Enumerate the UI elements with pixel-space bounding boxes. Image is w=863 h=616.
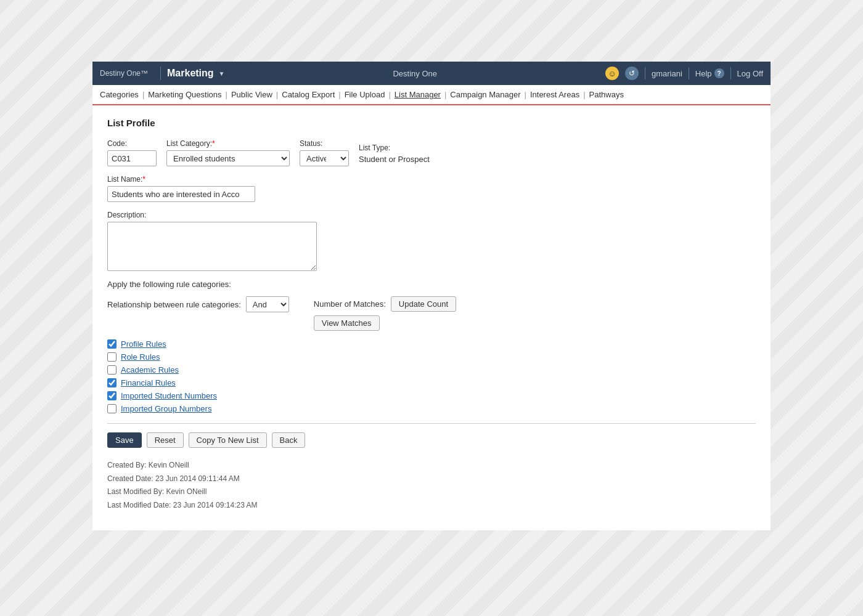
subnav-item-pathways[interactable]: Pathways — [589, 90, 624, 99]
list-name-label: List Name:* — [107, 175, 255, 184]
navbar-brand: Destiny One™ Marketing ▼ — [100, 67, 225, 80]
checkbox-item-financial-rules: Financial Rules — [107, 378, 756, 387]
label-academic-rules[interactable]: Academic Rules — [121, 365, 179, 375]
update-count-button[interactable]: Update Count — [391, 296, 456, 312]
relationship-group: Relationship between rule categories: An… — [107, 296, 289, 312]
navbar-sep-2 — [689, 67, 689, 79]
subnav-sep-2: | — [226, 90, 227, 99]
subnav-item-catalog-export[interactable]: Catalog Export — [282, 90, 335, 99]
checkbox-item-imported-student-numbers: Imported Student Numbers — [107, 391, 756, 400]
list-name-group: List Name:* — [107, 175, 255, 202]
logoff-link[interactable]: Log Off — [737, 69, 763, 78]
description-label: Description: — [107, 211, 317, 219]
created-by: Created By: Kevin ONeill — [107, 459, 756, 472]
created-date: Created Date: 23 Jun 2014 09:11:44 AM — [107, 472, 756, 486]
subnav-sep-5: | — [388, 90, 390, 99]
rule-section-label: Apply the following rule categories: — [107, 280, 756, 289]
code-input[interactable] — [107, 150, 157, 166]
label-financial-rules[interactable]: Financial Rules — [121, 378, 176, 387]
save-button[interactable]: Save — [107, 432, 142, 448]
navbar-center-text: Destiny One — [225, 69, 605, 78]
page-title: List Profile — [107, 118, 756, 128]
relationship-label: Relationship between rule categories: — [107, 300, 241, 309]
navbar-sep-3 — [730, 67, 731, 79]
status-select[interactable]: Active Inactive — [300, 150, 349, 166]
matches-label: Number of Matches: — [314, 299, 386, 309]
list-category-select[interactable]: Enrolled students Prospects Alumni Other — [166, 150, 290, 166]
checkbox-item-imported-group-numbers: Imported Group Numbers — [107, 404, 756, 413]
smiley-icon[interactable]: ☺ — [605, 67, 619, 80]
rule-categories-row: Relationship between rule categories: An… — [107, 296, 756, 331]
subnav-item-interest-areas[interactable]: Interest Areas — [530, 90, 579, 99]
help-link[interactable]: Help ? — [695, 68, 724, 78]
checkbox-profile-rules[interactable] — [107, 339, 117, 349]
matches-row-2: View Matches — [314, 315, 456, 331]
status-label: Status: — [300, 139, 349, 148]
checkbox-item-academic-rules: Academic Rules — [107, 365, 756, 375]
navbar-dropdown-arrow-icon[interactable]: ▼ — [219, 70, 225, 77]
main-content: List Profile Code: List Category:* Enrol… — [92, 105, 771, 530]
divider — [107, 423, 756, 424]
status-group: Status: Active Inactive — [300, 139, 349, 166]
subnav-item-categories[interactable]: Categories — [100, 90, 139, 99]
matches-row-1: Number of Matches: Update Count — [314, 296, 456, 312]
subnav-sep-1: | — [142, 90, 144, 99]
code-group: Code: — [107, 139, 157, 166]
code-label: Code: — [107, 139, 157, 148]
subnav-item-public-view[interactable]: Public View — [231, 90, 272, 99]
back-button[interactable]: Back — [272, 432, 306, 448]
matches-group: Number of Matches: Update Count View Mat… — [314, 296, 456, 331]
navbar-sep-1 — [645, 67, 645, 79]
list-category-label: List Category:* — [166, 139, 290, 148]
subnav-item-marketing-questions[interactable]: Marketing Questions — [148, 90, 221, 99]
subnav-sep-8: | — [583, 90, 585, 99]
modified-date: Last Modified Date: 23 Jun 2014 09:14:23… — [107, 499, 756, 513]
navbar-marketing-label: Marketing — [167, 68, 214, 79]
subnav-item-list-manager[interactable]: List Manager — [395, 90, 441, 99]
subnav-sep-7: | — [525, 90, 526, 99]
subnav-item-campaign-manager[interactable]: Campaign Manager — [450, 90, 520, 99]
checkbox-role-rules[interactable] — [107, 352, 117, 362]
description-group: Description: — [107, 211, 317, 271]
checkbox-academic-rules[interactable] — [107, 365, 117, 375]
description-textarea[interactable] — [107, 222, 317, 271]
form-row-1: Code: List Category:* Enrolled students … — [107, 139, 756, 166]
label-imported-student-numbers[interactable]: Imported Student Numbers — [121, 391, 217, 400]
form-row-2: List Name:* — [107, 175, 756, 202]
list-type-value: Student or Prospect — [359, 155, 430, 166]
action-buttons: Save Reset Copy To New List Back — [107, 432, 756, 448]
checkbox-imported-student-numbers[interactable] — [107, 391, 117, 400]
relationship-select[interactable]: And Or — [246, 296, 289, 312]
subnav: Categories | Marketing Questions | Publi… — [92, 85, 771, 105]
list-type-label: List Type: — [359, 144, 430, 152]
navbar: Destiny One™ Marketing ▼ Destiny One ☺ ↺… — [92, 62, 771, 85]
refresh-icon[interactable]: ↺ — [625, 67, 639, 80]
label-profile-rules[interactable]: Profile Rules — [121, 339, 166, 349]
checkbox-financial-rules[interactable] — [107, 378, 117, 387]
reset-button[interactable]: Reset — [147, 432, 184, 448]
modified-by: Last Modified By: Kevin ONeill — [107, 485, 756, 499]
checkbox-list: Profile Rules Role Rules Academic Rules … — [107, 339, 756, 413]
subnav-sep-4: | — [338, 90, 340, 99]
checkbox-item-profile-rules: Profile Rules — [107, 339, 756, 349]
help-circle-icon: ? — [714, 68, 724, 78]
label-role-rules[interactable]: Role Rules — [121, 352, 160, 362]
navbar-username: gmariani — [652, 69, 682, 78]
list-name-input[interactable] — [107, 186, 255, 202]
list-category-group: List Category:* Enrolled students Prospe… — [166, 139, 290, 166]
metadata: Created By: Kevin ONeill Created Date: 2… — [107, 459, 756, 512]
help-label: Help — [695, 69, 712, 78]
checkbox-item-role-rules: Role Rules — [107, 352, 756, 362]
subnav-sep-6: | — [444, 90, 446, 99]
copy-to-new-list-button[interactable]: Copy To New List — [189, 432, 267, 448]
view-matches-button[interactable]: View Matches — [314, 315, 380, 331]
subnav-item-file-upload[interactable]: File Upload — [345, 90, 385, 99]
checkbox-imported-group-numbers[interactable] — [107, 404, 117, 413]
navbar-destiny-label: Destiny One™ — [100, 69, 154, 78]
form-row-3: Description: — [107, 211, 756, 271]
navbar-right: ☺ ↺ gmariani Help ? Log Off — [605, 67, 763, 80]
list-type-group: List Type: Student or Prospect — [359, 144, 430, 166]
navbar-brand-sep — [160, 67, 161, 80]
label-imported-group-numbers[interactable]: Imported Group Numbers — [121, 404, 211, 413]
subnav-sep-3: | — [276, 90, 278, 99]
